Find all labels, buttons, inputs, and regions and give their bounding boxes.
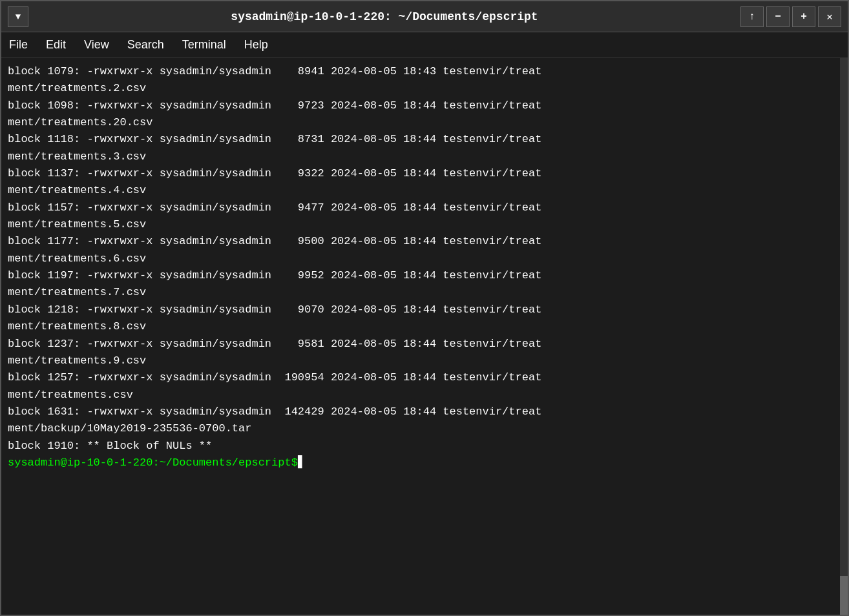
titlebar-left: ▼: [8, 6, 28, 27]
terminal-line: block 1197: -rwxrwxr-x sysadmin/sysadmin…: [8, 267, 841, 284]
terminal-line: block 1218: -rwxrwxr-x sysadmin/sysadmin…: [8, 302, 841, 318]
terminal-line: ment/treatments.8.csv: [8, 318, 841, 335]
terminal-line: block 1137: -rwxrwxr-x sysadmin/sysadmin…: [8, 165, 841, 182]
terminal-line: block 1631: -rwxrwxr-x sysadmin/sysadmin…: [8, 404, 841, 420]
prompt-host: sysadmin@ip-10-0-1-220: [8, 455, 152, 471]
terminal-window: ▼ sysadmin@ip-10-0-1-220: ~/Documents/ep…: [0, 0, 849, 616]
scroll-up-button[interactable]: ↑: [740, 6, 764, 27]
terminal-line: ment/treatments.6.csv: [8, 251, 841, 267]
prompt-line: sysadmin@ip-10-0-1-220 :~/Documents/epsc…: [8, 455, 841, 471]
terminal-line: ment/treatments.csv: [8, 387, 841, 404]
maximize-button[interactable]: +: [792, 6, 815, 27]
terminal-line: ment/treatments.20.csv: [8, 114, 841, 131]
menu-view[interactable]: View: [81, 37, 112, 53]
titlebar: ▼ sysadmin@ip-10-0-1-220: ~/Documents/ep…: [1, 1, 848, 32]
menu-file[interactable]: File: [6, 37, 30, 53]
scrollbar[interactable]: [840, 58, 848, 615]
terminal-line: block 1910: ** Block of NULs **: [8, 438, 841, 455]
prompt-cursor: ▋: [298, 455, 304, 471]
window-title: sysadmin@ip-10-0-1-220: ~/Documents/epsc…: [28, 10, 740, 23]
scrollbar-thumb[interactable]: [840, 576, 848, 615]
prompt-path: :~/Documents/epscript: [152, 455, 291, 471]
terminal-line: block 1118: -rwxrwxr-x sysadmin/sysadmin…: [8, 131, 841, 148]
terminal-line: ment/treatments.9.csv: [8, 353, 841, 369]
close-button[interactable]: ✕: [818, 6, 841, 27]
terminal-output: block 1079: -rwxrwxr-x sysadmin/sysadmin…: [8, 63, 841, 455]
terminal-line: ment/treatments.2.csv: [8, 80, 841, 97]
terminal-line: block 1098: -rwxrwxr-x sysadmin/sysadmin…: [8, 98, 841, 114]
terminal-line: ment/treatments.7.csv: [8, 284, 841, 301]
menubar: File Edit View Search Terminal Help: [1, 32, 848, 58]
terminal-line: ment/treatments.3.csv: [8, 149, 841, 165]
terminal-line: ment/treatments.4.csv: [8, 182, 841, 199]
menu-terminal[interactable]: Terminal: [180, 37, 229, 53]
terminal-line: ment/treatments.5.csv: [8, 216, 841, 233]
menu-search[interactable]: Search: [125, 37, 167, 53]
minimize-button[interactable]: −: [766, 6, 790, 27]
terminal-body[interactable]: block 1079: -rwxrwxr-x sysadmin/sysadmin…: [1, 58, 848, 615]
terminal-line: block 1257: -rwxrwxr-x sysadmin/sysadmin…: [8, 369, 841, 386]
terminal-line: block 1237: -rwxrwxr-x sysadmin/sysadmin…: [8, 336, 841, 353]
menu-help[interactable]: Help: [242, 37, 271, 53]
window-controls: ↑ − + ✕: [740, 6, 841, 27]
terminal-line: block 1157: -rwxrwxr-x sysadmin/sysadmin…: [8, 200, 841, 216]
dropdown-button[interactable]: ▼: [8, 6, 28, 27]
terminal-line: ment/backup/10May2019-235536-0700.tar: [8, 420, 841, 437]
menu-edit[interactable]: Edit: [43, 37, 68, 53]
terminal-line: block 1177: -rwxrwxr-x sysadmin/sysadmin…: [8, 233, 841, 250]
terminal-line: block 1079: -rwxrwxr-x sysadmin/sysadmin…: [8, 63, 841, 80]
prompt-dollar: $: [291, 455, 298, 471]
